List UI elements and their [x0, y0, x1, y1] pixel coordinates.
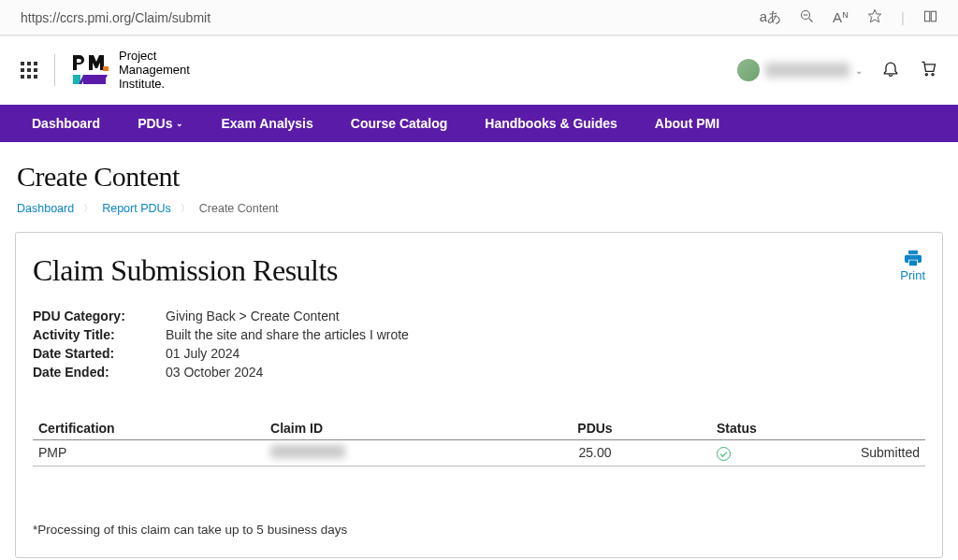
claim-details: PDU Category: Giving Back > Create Conte… [33, 309, 925, 380]
table-row: PMP 25.00 Submitted [33, 439, 925, 466]
svg-point-15 [932, 73, 934, 75]
favorite-star-icon[interactable] [867, 8, 882, 26]
divider [54, 54, 55, 86]
svg-rect-5 [931, 11, 936, 22]
user-name [765, 63, 849, 78]
nav-course-catalog[interactable]: Course Catalog [332, 105, 466, 142]
processing-footnote: *Processing of this claim can take up to… [33, 523, 925, 537]
claims-table: Certification Claim ID PDUs Status PMP 2… [33, 417, 925, 467]
print-button[interactable]: Print [900, 250, 925, 282]
check-circle-icon [717, 447, 731, 461]
svg-rect-7 [73, 75, 80, 84]
nav-handbooks[interactable]: Handbooks & Guides [466, 105, 636, 142]
cart-icon[interactable] [919, 59, 937, 82]
collections-icon[interactable] [923, 9, 937, 26]
print-label: Print [900, 268, 925, 282]
org-name-line2: Management [119, 64, 190, 78]
nav-dashboard[interactable]: Dashboard [13, 105, 119, 142]
site-header: Project Management Institute. ⌄ [0, 36, 958, 105]
pmi-logo[interactable]: Project Management Institute. [72, 50, 190, 92]
pmi-logo-text: Project Management Institute. [119, 50, 190, 92]
page-title: Create Content [0, 142, 958, 202]
nav-pdus[interactable]: PDUs ⌄ [119, 105, 202, 142]
activity-title-label: Activity Title: [33, 327, 166, 342]
breadcrumb-report-pdus[interactable]: Report PDUs [102, 202, 171, 215]
date-started-value: 01 July 2024 [166, 346, 925, 361]
cell-pdus: 25.00 [479, 439, 711, 466]
breadcrumb: Dashboard 〉 Report PDUs 〉 Create Content [0, 202, 958, 232]
th-pdus: PDUs [479, 417, 711, 440]
cell-claim-id [265, 439, 479, 466]
th-status: Status [711, 417, 818, 440]
app-launcher-icon[interactable] [21, 62, 37, 79]
browser-toolbar: aあ Aᴺ | [760, 8, 947, 26]
svg-line-1 [809, 18, 813, 22]
print-icon [903, 250, 923, 266]
svg-rect-17 [909, 260, 917, 266]
cell-status-icon [711, 439, 818, 466]
divider: | [901, 9, 905, 25]
translate-icon[interactable]: aあ [760, 8, 781, 26]
th-status-text [818, 417, 925, 440]
browser-bar: https://ccrs.pmi.org/Claim/submit aあ Aᴺ … [0, 0, 958, 36]
header-right: ⌄ [737, 59, 937, 82]
date-ended-value: 03 October 2024 [166, 365, 925, 380]
text-size-icon[interactable]: Aᴺ [833, 9, 849, 26]
breadcrumb-current: Create Content [199, 202, 279, 215]
results-card: Print Claim Submission Results PDU Categ… [15, 232, 943, 558]
pdu-category-value: Giving Back > Create Content [166, 309, 925, 323]
th-certification: Certification [33, 417, 265, 440]
zoom-out-icon[interactable] [800, 9, 814, 26]
table-header-row: Certification Claim ID PDUs Status [33, 417, 925, 440]
card-title: Claim Submission Results [33, 253, 925, 288]
cell-certification: PMP [33, 439, 265, 466]
chevron-right-icon: 〉 [83, 202, 93, 215]
date-started-label: Date Started: [33, 346, 166, 361]
url-display: https://ccrs.pmi.org/Claim/submit [11, 10, 760, 25]
pmi-logo-mark [72, 54, 109, 86]
svg-rect-6 [103, 66, 109, 71]
avatar [737, 59, 760, 81]
org-name-line3: Institute. [119, 78, 190, 92]
breadcrumb-dashboard[interactable]: Dashboard [17, 202, 74, 215]
svg-marker-3 [868, 9, 880, 22]
chevron-down-icon: ⌄ [176, 119, 183, 128]
activity-title-value: Built the site and share the articles I … [166, 327, 925, 342]
svg-rect-4 [925, 11, 930, 22]
chevron-down-icon: ⌄ [855, 65, 863, 76]
nav-pdus-label: PDUs [138, 116, 172, 131]
nav-about[interactable]: About PMI [636, 105, 738, 142]
pdu-category-label: PDU Category: [33, 309, 166, 323]
notifications-icon[interactable] [881, 59, 900, 82]
cell-status-text: Submitted [818, 439, 925, 466]
date-ended-label: Date Ended: [33, 365, 166, 380]
th-claim-id: Claim ID [265, 417, 479, 440]
org-name-line1: Project [119, 50, 190, 64]
chevron-right-icon: 〉 [181, 202, 190, 215]
nav-exam-analysis[interactable]: Exam Analysis [202, 105, 331, 142]
svg-rect-16 [908, 251, 918, 254]
main-nav: Dashboard PDUs ⌄ Exam Analysis Course Ca… [0, 105, 958, 142]
svg-point-14 [925, 73, 927, 75]
user-menu[interactable]: ⌄ [737, 59, 863, 81]
